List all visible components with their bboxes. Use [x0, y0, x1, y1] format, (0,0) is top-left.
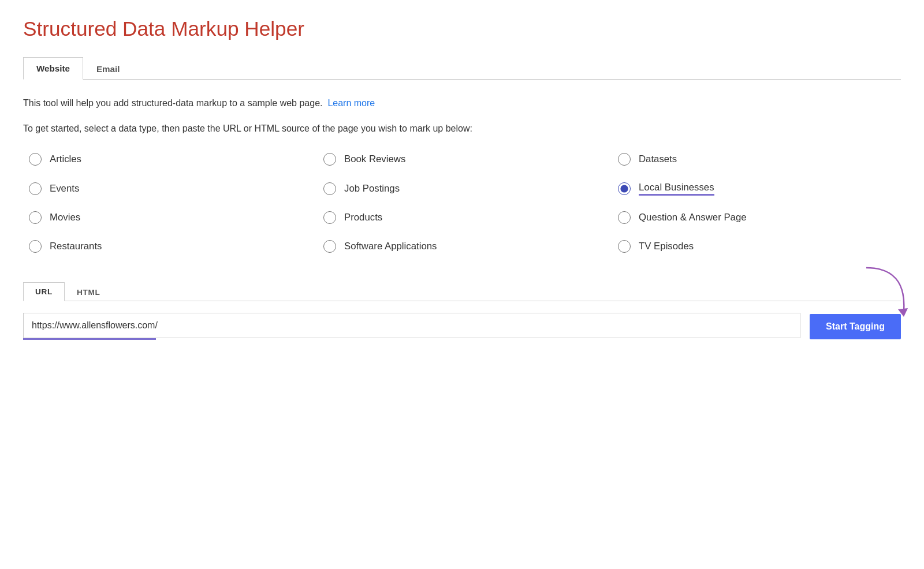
- radio-label-events: Events: [50, 183, 79, 194]
- top-tab-bar: Website Email: [23, 57, 901, 80]
- radio-datasets[interactable]: Datasets: [618, 153, 901, 166]
- radio-question-answer[interactable]: Question & Answer Page: [618, 211, 901, 224]
- radio-label-question-answer: Question & Answer Page: [639, 212, 747, 223]
- url-input-row: Start Tagging: [23, 313, 901, 340]
- radio-label-tv-episodes: TV Episodes: [639, 241, 694, 252]
- radio-input-job-postings[interactable]: [323, 182, 336, 195]
- sub-tab-html[interactable]: HTML: [65, 282, 112, 301]
- svg-marker-0: [898, 308, 908, 317]
- radio-label-software-applications: Software Applications: [344, 241, 437, 252]
- radio-input-datasets[interactable]: [618, 153, 631, 166]
- sub-tab-url[interactable]: URL: [23, 282, 65, 301]
- radio-input-events[interactable]: [29, 182, 42, 195]
- radio-events[interactable]: Events: [29, 182, 312, 195]
- radio-input-local-businesses[interactable]: [618, 182, 631, 195]
- learn-more-link[interactable]: Learn more: [327, 98, 375, 108]
- radio-label-book-reviews: Book Reviews: [344, 154, 405, 165]
- page-title: Structured Data Markup Helper: [23, 17, 901, 40]
- radio-articles[interactable]: Articles: [29, 153, 312, 166]
- radio-label-local-businesses: Local Businesses: [639, 182, 714, 195]
- radio-movies[interactable]: Movies: [29, 211, 312, 224]
- data-type-grid: Articles Book Reviews Datasets Events Jo…: [23, 153, 901, 253]
- sub-tab-bar: URL HTML: [23, 282, 901, 301]
- radio-products[interactable]: Products: [323, 211, 606, 224]
- radio-software-applications[interactable]: Software Applications: [323, 240, 606, 253]
- radio-label-restaurants: Restaurants: [50, 241, 102, 252]
- radio-book-reviews[interactable]: Book Reviews: [323, 153, 606, 166]
- radio-input-restaurants[interactable]: [29, 240, 42, 253]
- curved-arrow-annotation: [860, 262, 912, 320]
- url-input-wrapper: [23, 313, 800, 340]
- tab-email[interactable]: Email: [83, 57, 133, 80]
- radio-job-postings[interactable]: Job Postings: [323, 182, 606, 195]
- radio-input-software-applications[interactable]: [323, 240, 336, 253]
- radio-label-datasets: Datasets: [639, 154, 677, 165]
- radio-input-tv-episodes[interactable]: [618, 240, 631, 253]
- radio-label-job-postings: Job Postings: [344, 183, 400, 194]
- radio-label-articles: Articles: [50, 154, 81, 165]
- tab-website[interactable]: Website: [23, 57, 83, 80]
- url-input[interactable]: [23, 313, 800, 338]
- instruction-text: To get started, select a data type, then…: [23, 121, 901, 136]
- radio-input-products[interactable]: [323, 211, 336, 224]
- radio-label-movies: Movies: [50, 212, 80, 223]
- radio-input-movies[interactable]: [29, 211, 42, 224]
- radio-restaurants[interactable]: Restaurants: [29, 240, 312, 253]
- radio-tv-episodes[interactable]: TV Episodes: [618, 240, 901, 253]
- url-underline: [23, 338, 156, 340]
- description-text: This tool will help you add structured-d…: [23, 96, 901, 111]
- radio-input-question-answer[interactable]: [618, 211, 631, 224]
- radio-input-articles[interactable]: [29, 153, 42, 166]
- radio-label-products: Products: [344, 212, 382, 223]
- radio-input-book-reviews[interactable]: [323, 153, 336, 166]
- radio-local-businesses[interactable]: Local Businesses: [618, 182, 901, 195]
